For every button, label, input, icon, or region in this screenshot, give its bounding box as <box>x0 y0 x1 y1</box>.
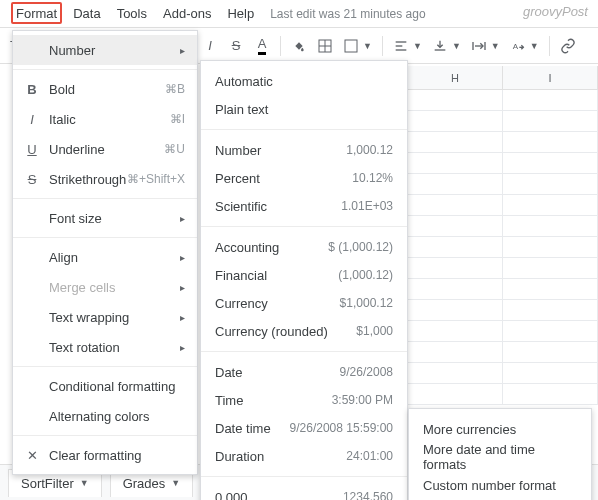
numfmt-custom-zero[interactable]: 0.0001234.560 <box>201 483 407 500</box>
format-strikethrough[interactable]: S Strikethrough ⌘+Shift+X <box>13 164 197 194</box>
column-header[interactable]: H <box>408 66 503 89</box>
chevron-right-icon: ▸ <box>180 312 185 323</box>
chevron-down-icon: ▼ <box>452 41 461 51</box>
numfmt-duration[interactable]: Duration24:01:00 <box>201 442 407 470</box>
separator <box>201 129 407 130</box>
label: More date and time formats <box>423 442 577 472</box>
format-underline[interactable]: U Underline ⌘U <box>13 134 197 164</box>
svg-text:A: A <box>512 41 518 50</box>
label: Time <box>215 393 332 408</box>
label: Number <box>215 143 346 158</box>
menu-format[interactable]: Format <box>8 2 65 25</box>
format-number-label: Number <box>49 43 176 58</box>
numfmt-currency[interactable]: Currency$1,000.12 <box>201 289 407 317</box>
format-font-size[interactable]: Font size ▸ <box>13 203 197 233</box>
example: $1,000.12 <box>340 296 393 310</box>
format-merge-cells: Merge cells ▸ <box>13 272 197 302</box>
numfmt-date[interactable]: Date9/26/2008 <box>201 358 407 386</box>
menu-data[interactable]: Data <box>65 2 108 25</box>
text-color-button[interactable]: A <box>250 33 274 59</box>
number-format-menu: Automatic Plain text Number1,000.12 Perc… <box>200 60 408 500</box>
spreadsheet-grid[interactable]: H I <box>408 66 598 460</box>
numfmt-financial[interactable]: Financial(1,000.12) <box>201 261 407 289</box>
format-align[interactable]: Align ▸ <box>13 242 197 272</box>
merge-button[interactable]: ▼ <box>339 33 376 59</box>
label: Currency (rounded) <box>215 324 356 339</box>
vertical-align-button[interactable]: ▼ <box>428 33 465 59</box>
numfmt-currency-rounded[interactable]: Currency (rounded)$1,000 <box>201 317 407 345</box>
format-conditional-formatting[interactable]: Conditional formatting <box>13 371 197 401</box>
underline-icon: U <box>23 142 41 157</box>
more-date-time-formats[interactable]: More date and time formats <box>409 443 591 471</box>
shortcut-text: ⌘U <box>164 142 185 156</box>
format-italic-label: Italic <box>49 112 170 127</box>
format-alternating-colors[interactable]: Alternating colors <box>13 401 197 431</box>
format-font-size-label: Font size <box>49 211 176 226</box>
separator <box>382 36 383 56</box>
column-header[interactable]: I <box>503 66 598 89</box>
example: 3:59:00 PM <box>332 393 393 407</box>
borders-button[interactable] <box>313 33 337 59</box>
more-formats-menu: More currencies More date and time forma… <box>408 408 592 500</box>
numfmt-accounting[interactable]: Accounting$ (1,000.12) <box>201 233 407 261</box>
chevron-right-icon: ▸ <box>180 252 185 263</box>
label: 0.000 <box>215 490 343 501</box>
bold-icon: B <box>23 82 41 97</box>
numfmt-date-time[interactable]: Date time9/26/2008 15:59:00 <box>201 414 407 442</box>
format-rotation-label: Text rotation <box>49 340 176 355</box>
italic-button[interactable]: I <box>198 33 222 59</box>
label: More currencies <box>423 422 516 437</box>
format-underline-label: Underline <box>49 142 164 157</box>
insert-link-button[interactable] <box>556 33 580 59</box>
example: 24:01:00 <box>346 449 393 463</box>
menubar: Format Data Tools Add-ons Help Last edit… <box>0 0 598 28</box>
menu-tools[interactable]: Tools <box>109 2 155 25</box>
custom-number-format[interactable]: Custom number format <box>409 471 591 499</box>
numfmt-time[interactable]: Time3:59:00 PM <box>201 386 407 414</box>
numfmt-plain-text[interactable]: Plain text <box>201 95 407 123</box>
example: 1234.560 <box>343 490 393 500</box>
numfmt-scientific[interactable]: Scientific1.01E+03 <box>201 192 407 220</box>
format-clear-label: Clear formatting <box>49 448 185 463</box>
horizontal-align-button[interactable]: ▼ <box>389 33 426 59</box>
label: Date time <box>215 421 290 436</box>
label: Automatic <box>215 74 393 89</box>
edit-status: Last edit was 21 minutes ago <box>270 7 425 21</box>
format-text-wrapping[interactable]: Text wrapping ▸ <box>13 302 197 332</box>
numfmt-percent[interactable]: Percent10.12% <box>201 164 407 192</box>
shortcut-text: ⌘I <box>170 112 185 126</box>
separator <box>280 36 281 56</box>
chevron-right-icon: ▸ <box>180 45 185 56</box>
format-merge-label: Merge cells <box>49 280 176 295</box>
format-italic[interactable]: I Italic ⌘I <box>13 104 197 134</box>
separator <box>13 69 197 70</box>
fill-color-button[interactable] <box>287 33 311 59</box>
chevron-right-icon: ▸ <box>180 213 185 224</box>
more-currencies[interactable]: More currencies <box>409 415 591 443</box>
chevron-down-icon: ▼ <box>171 478 180 488</box>
shortcut-text: ⌘B <box>165 82 185 96</box>
format-text-rotation[interactable]: Text rotation ▸ <box>13 332 197 362</box>
format-align-label: Align <box>49 250 176 265</box>
menu-help[interactable]: Help <box>219 2 262 25</box>
label: Scientific <box>215 199 341 214</box>
tab-label: Grades <box>123 476 166 491</box>
separator <box>13 237 197 238</box>
format-bold[interactable]: B Bold ⌘B <box>13 74 197 104</box>
menu-addons[interactable]: Add-ons <box>155 2 219 25</box>
text-wrap-button[interactable]: ▼ <box>467 33 504 59</box>
example: 9/26/2008 15:59:00 <box>290 421 393 435</box>
text-rotation-button[interactable]: A ▼ <box>506 33 543 59</box>
format-clear-formatting[interactable]: ✕ Clear formatting <box>13 440 197 470</box>
label: Percent <box>215 171 352 186</box>
chevron-down-icon: ▼ <box>80 478 89 488</box>
format-alternating-label: Alternating colors <box>49 409 185 424</box>
numfmt-automatic[interactable]: Automatic <box>201 67 407 95</box>
watermark-text: groovyPost <box>523 4 588 19</box>
chevron-down-icon: ▼ <box>530 41 539 51</box>
format-number[interactable]: Number ▸ <box>13 35 197 65</box>
separator <box>13 435 197 436</box>
example: 10.12% <box>352 171 393 185</box>
numfmt-number[interactable]: Number1,000.12 <box>201 136 407 164</box>
strikethrough-button[interactable]: S <box>224 33 248 59</box>
